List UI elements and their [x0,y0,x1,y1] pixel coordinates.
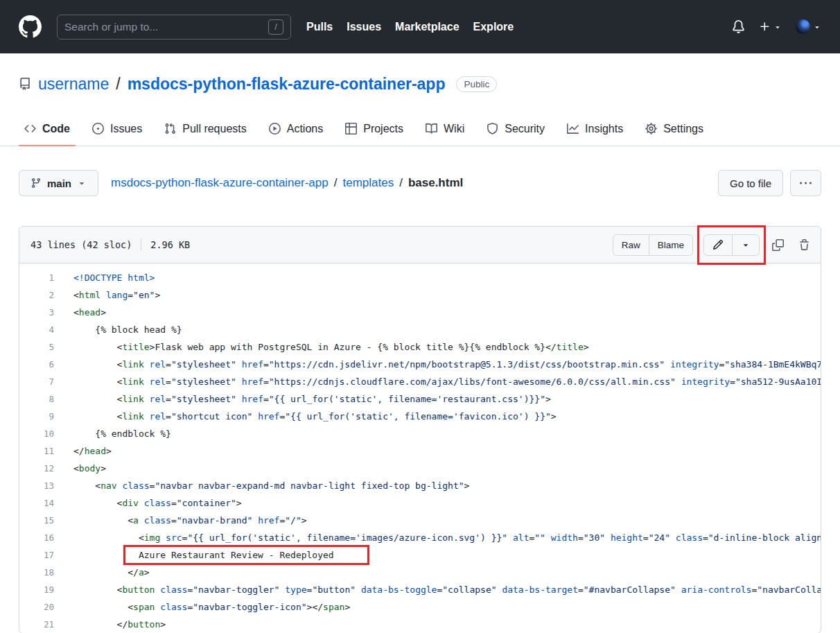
code-token: < [73,480,100,491]
code-line-5: 5 <title>Flask web app with PostgreSQL i… [19,338,821,356]
line-number[interactable]: 17 [19,546,54,564]
delete-file-button[interactable] [796,237,812,253]
tab-projects[interactable]: Projects [334,112,414,146]
code-token: div [122,498,138,508]
code-token: "navbarCollapse" [757,584,821,595]
chevron-down-icon [773,23,782,31]
tab-label: Insights [585,123,623,135]
code-token: class [122,480,149,491]
code-line-7: 7 <link rel="stylesheet" href="https://c… [19,373,821,390]
file-lines-info: 43 lines (42 sloc) [30,239,132,250]
code-token: = [263,394,269,404]
code-token: "d-inline-block align-text-top" [708,532,821,543]
line-number[interactable]: 18 [19,564,54,581]
shield-icon [487,123,498,135]
code-token: link [122,376,143,387]
edit-dropdown-button[interactable] [733,235,759,255]
line-number[interactable]: 4 [19,321,54,338]
code-token: class [144,498,171,508]
line-number[interactable]: 13 [19,477,54,494]
edit-file-button[interactable] [704,235,733,255]
tab-actions[interactable]: Actions [258,112,334,146]
tab-settings[interactable]: Settings [634,112,715,146]
code-token: > [545,394,551,404]
code-token: = [730,376,735,387]
search-box[interactable]: / [57,15,291,40]
repo-owner-link[interactable]: username [38,75,109,94]
tab-security[interactable]: Security [475,112,556,146]
copy-raw-button[interactable] [770,237,786,253]
tab-pull-requests[interactable]: Pull requests [153,112,258,146]
line-number[interactable]: 21 [19,616,54,633]
breadcrumb-link[interactable]: msdocs-python-flask-azure-container-app [111,176,329,190]
code-token: span [323,602,344,612]
code-token: link [122,411,143,422]
branch-selector[interactable]: main [19,170,98,196]
line-number[interactable]: 5 [19,338,54,356]
line-number[interactable]: 6 [19,356,54,373]
line-number[interactable]: 11 [19,442,54,460]
line-number[interactable]: 1 [19,269,54,286]
tab-wiki[interactable]: Wiki [414,112,475,146]
search-input[interactable] [64,21,263,33]
blame-button[interactable]: Blame [649,235,692,255]
header-right-controls [732,19,821,34]
tab-issues[interactable]: Issues [81,112,153,146]
create-new-button[interactable] [759,21,782,33]
line-number[interactable]: 10 [19,425,54,442]
tab-code[interactable]: Code [13,112,81,146]
code-line-10: 10 {% endblock %} [19,425,821,442]
repo-header: username / msdocs-python-flask-azure-con… [0,53,840,146]
line-number[interactable]: 20 [19,598,54,616]
line-number[interactable]: 3 [19,304,54,321]
header-nav-marketplace[interactable]: Marketplace [395,21,460,33]
go-to-file-button[interactable]: Go to file [718,170,783,196]
line-number[interactable]: 8 [19,390,54,408]
code-token: width [551,532,578,543]
code-token [665,359,670,370]
line-number[interactable]: 15 [19,512,54,529]
code-token [144,359,150,370]
line-number[interactable]: 2 [19,286,54,304]
code-token: integrity [670,359,719,370]
code-token: "sha384-1BmE4kWBq78iYhFldvKuhfTAU6auU8tT… [724,359,821,370]
header-nav-explore[interactable]: Explore [473,21,514,33]
code-line-14: 14 <div class="container"> [19,494,821,512]
breadcrumb-link[interactable]: templates [342,176,394,190]
line-number[interactable]: 14 [19,494,54,512]
line-number[interactable]: 16 [19,529,54,546]
play-icon [269,123,281,135]
code-line-4: 4 {% block head %} [19,321,821,338]
code-token: > [160,619,166,630]
github-logo[interactable] [19,15,42,38]
raw-button[interactable]: Raw [613,235,649,255]
notifications-button[interactable] [732,20,745,33]
header-nav-pulls[interactable]: Pulls [306,21,333,33]
tab-insights[interactable]: Insights [556,112,634,146]
line-number[interactable]: 12 [19,460,54,477]
user-menu-button[interactable] [796,19,821,34]
code-token [507,532,513,543]
github-mark-icon [19,15,42,38]
code-token: "{{ url_for('static', filename='restaura… [269,394,545,404]
code-line-content: <!DOCTYPE html> [73,269,821,286]
code-token: = [128,290,133,300]
code-token: "stylesheet" [171,394,236,404]
global-header: / PullsIssuesMarketplaceExplore [0,0,840,53]
line-number[interactable]: 7 [19,373,54,390]
line-number[interactable]: 19 [19,581,54,598]
code-token: = [263,376,269,387]
repo-name-link[interactable]: msdocs-python-flask-azure-container-app [128,75,446,94]
code-token [252,411,258,422]
code-line-content: <head> [73,304,821,321]
code-line-content: <div class="container"> [73,494,821,512]
code-token: = [166,411,171,422]
more-options-button[interactable] [790,170,821,196]
code-token: = [171,515,177,526]
code-token: "button" [312,584,356,595]
line-number[interactable]: 9 [19,408,54,425]
code-token: title [557,342,584,352]
code-token: "stylesheet" [171,359,236,370]
code-token: height [611,532,643,543]
header-nav-issues[interactable]: Issues [347,21,381,33]
